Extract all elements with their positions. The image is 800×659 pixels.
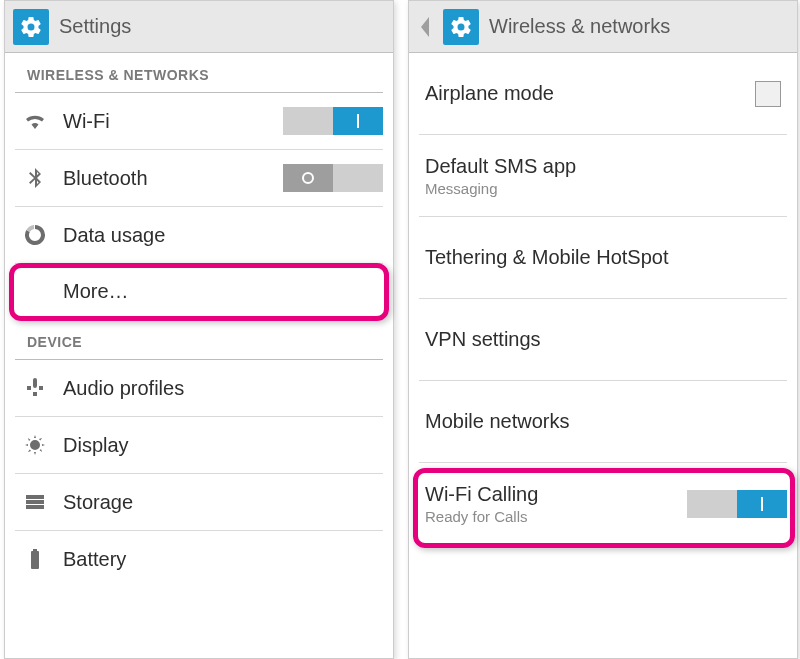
tethering-row[interactable]: Tethering & Mobile HotSpot bbox=[419, 217, 787, 299]
wifi-icon bbox=[21, 107, 49, 135]
sms-label: Default SMS app bbox=[425, 155, 576, 178]
tether-label: Tethering & Mobile HotSpot bbox=[425, 246, 668, 269]
display-label: Display bbox=[63, 434, 129, 457]
header-title: Wireless & networks bbox=[489, 15, 670, 38]
battery-label: Battery bbox=[63, 548, 126, 571]
header: Wireless & networks bbox=[409, 1, 797, 53]
wificall-label: Wi-Fi Calling bbox=[425, 483, 538, 506]
data-usage-icon bbox=[21, 221, 49, 249]
header: Settings bbox=[5, 1, 393, 53]
wireless-networks-screen: Wireless & networks Airplane mode Defaul… bbox=[408, 0, 798, 659]
wifi-toggle[interactable] bbox=[283, 107, 383, 135]
default-sms-row[interactable]: Default SMS app Messaging bbox=[419, 135, 787, 217]
mobile-label: Mobile networks bbox=[425, 410, 570, 433]
section-device-header: DEVICE bbox=[15, 320, 383, 360]
battery-icon bbox=[21, 545, 49, 573]
vpn-row[interactable]: VPN settings bbox=[419, 299, 787, 381]
airplane-mode-row[interactable]: Airplane mode bbox=[419, 53, 787, 135]
vpn-label: VPN settings bbox=[425, 328, 541, 351]
more-label: More… bbox=[63, 280, 129, 303]
wifi-calling-row[interactable]: Wi-Fi Calling Ready for Calls bbox=[419, 463, 787, 545]
header-title: Settings bbox=[59, 15, 131, 38]
wifi-label: Wi-Fi bbox=[63, 110, 110, 133]
audio-profiles-row[interactable]: Audio profiles bbox=[15, 360, 383, 417]
storage-icon bbox=[21, 488, 49, 516]
audio-label: Audio profiles bbox=[63, 377, 184, 400]
sms-sub: Messaging bbox=[425, 180, 576, 197]
settings-app-icon bbox=[13, 9, 49, 45]
bluetooth-label: Bluetooth bbox=[63, 167, 148, 190]
display-icon bbox=[21, 431, 49, 459]
settings-screen: Settings WIRELESS & NETWORKS Wi-Fi Bluet… bbox=[4, 0, 394, 659]
storage-row[interactable]: Storage bbox=[15, 474, 383, 531]
bluetooth-row[interactable]: Bluetooth bbox=[15, 150, 383, 207]
display-row[interactable]: Display bbox=[15, 417, 383, 474]
wificall-sub: Ready for Calls bbox=[425, 508, 538, 525]
settings-app-icon bbox=[443, 9, 479, 45]
audio-icon bbox=[21, 374, 49, 402]
data-usage-label: Data usage bbox=[63, 224, 165, 247]
more-row[interactable]: More… bbox=[15, 264, 383, 320]
mobile-networks-row[interactable]: Mobile networks bbox=[419, 381, 787, 463]
section-wireless-header: WIRELESS & NETWORKS bbox=[15, 53, 383, 93]
data-usage-row[interactable]: Data usage bbox=[15, 207, 383, 264]
wifi-row[interactable]: Wi-Fi bbox=[15, 93, 383, 150]
battery-row[interactable]: Battery bbox=[15, 531, 383, 587]
airplane-checkbox[interactable] bbox=[755, 81, 781, 107]
back-icon[interactable] bbox=[417, 9, 433, 45]
storage-label: Storage bbox=[63, 491, 133, 514]
airplane-label: Airplane mode bbox=[425, 82, 554, 105]
wifi-calling-toggle[interactable] bbox=[687, 490, 787, 518]
bluetooth-toggle[interactable] bbox=[283, 164, 383, 192]
bluetooth-icon bbox=[21, 164, 49, 192]
